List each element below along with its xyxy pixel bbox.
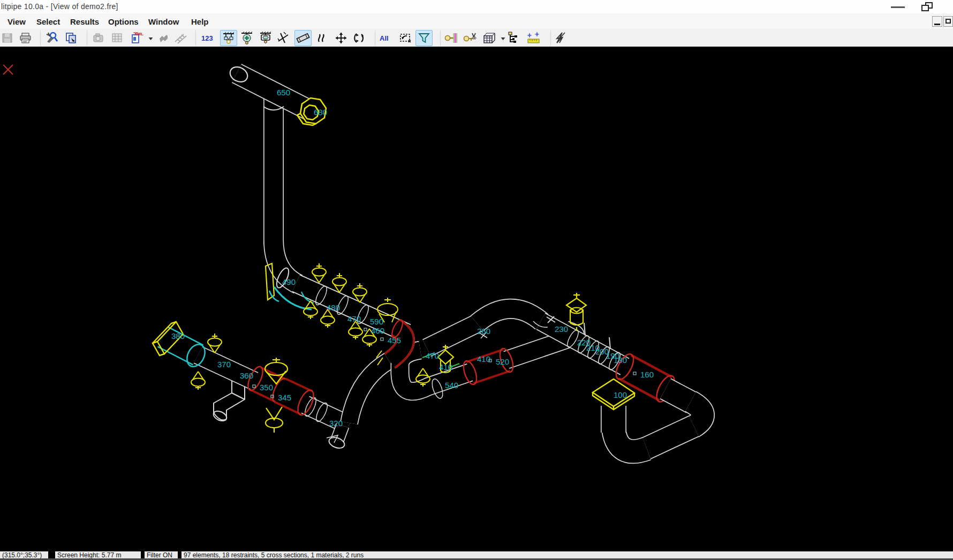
- svg-text:380: 380: [171, 331, 185, 340]
- svg-text:180: 180: [614, 355, 627, 365]
- svg-text:320: 320: [329, 419, 343, 428]
- svg-text:650: 650: [277, 88, 290, 97]
- svg-text:680: 680: [314, 108, 327, 117]
- svg-text:470: 470: [426, 351, 439, 360]
- svg-text:540: 540: [445, 381, 458, 390]
- svg-text:590: 590: [370, 317, 383, 326]
- svg-text:460: 460: [371, 326, 384, 335]
- svg-text:470: 470: [347, 314, 361, 323]
- svg-text:350: 350: [260, 383, 273, 392]
- svg-text:260: 260: [477, 327, 490, 336]
- svg-text:490: 490: [282, 277, 296, 286]
- svg-text:345: 345: [278, 393, 291, 402]
- svg-text:360: 360: [240, 371, 253, 380]
- svg-text:160: 160: [640, 370, 654, 379]
- svg-text:100: 100: [614, 390, 627, 399]
- svg-text:520: 520: [496, 357, 509, 366]
- svg-text:480: 480: [327, 303, 340, 312]
- svg-text:370: 370: [217, 360, 231, 369]
- svg-text:455: 455: [388, 336, 401, 345]
- svg-text:410: 410: [477, 354, 490, 364]
- svg-text:410: 410: [439, 362, 452, 372]
- svg-text:230: 230: [555, 324, 568, 334]
